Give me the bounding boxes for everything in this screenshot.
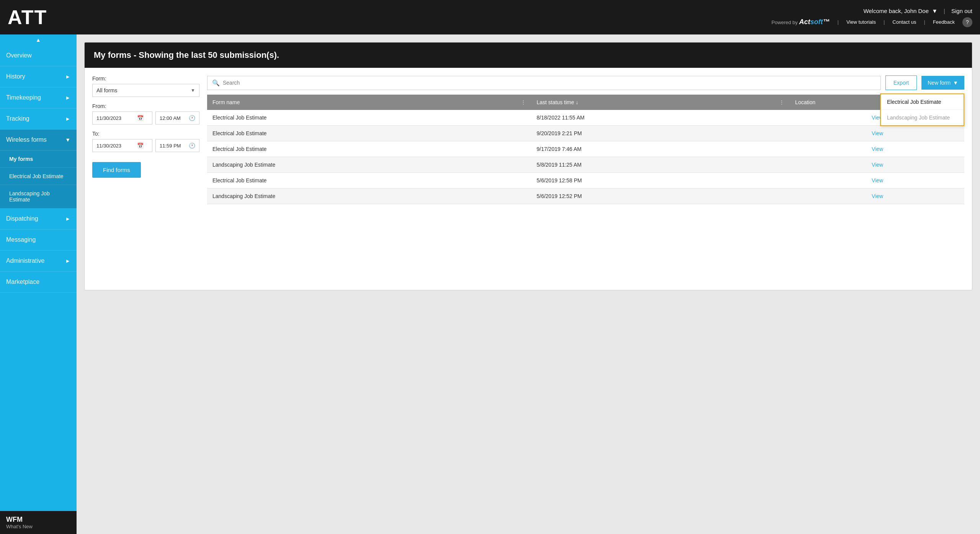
forms-table: Form name ⋮ Last status time ↓ ⋮ Locatio… (207, 95, 964, 204)
sidebar-bottom: WFM What's New (0, 511, 77, 534)
sidebar-scroll-up[interactable]: ▲ (0, 34, 77, 45)
view-link[interactable]: View (872, 130, 883, 136)
sidebar-item-administrative[interactable]: Administrative ► (0, 251, 77, 272)
cell-view[interactable]: View (866, 188, 964, 204)
content-panel: 🔍 Export New form ▼ (207, 75, 964, 282)
header-bottom-row: Powered by Actsoft™ | View tutorials | C… (771, 17, 972, 27)
to-date-input[interactable]: 📅 (92, 139, 152, 152)
welcome-dropdown-icon[interactable]: ▼ (932, 8, 938, 14)
from-label: From: (92, 103, 199, 109)
cell-form-name: Electrical Job Estimate (207, 110, 531, 126)
view-link[interactable]: View (872, 146, 883, 152)
th-last-status-time: Last status time ↓ ⋮ (531, 95, 790, 110)
to-date-field[interactable] (96, 143, 135, 149)
search-box[interactable]: 🔍 (207, 76, 881, 90)
sidebar-sub-item-electrical[interactable]: Electrical Job Estimate (0, 168, 77, 185)
from-time-input[interactable]: 🕐 (155, 111, 199, 124)
clock-icon: 🕐 (189, 115, 195, 121)
clock-icon-2: 🕐 (189, 143, 195, 149)
header-separator: | (944, 8, 945, 14)
form-label: Form: (92, 75, 199, 82)
form-name-menu-icon[interactable]: ⋮ (521, 99, 526, 105)
cell-view[interactable]: View (866, 141, 964, 157)
cell-location (790, 188, 866, 204)
to-time-field[interactable] (160, 143, 186, 149)
cell-last-status-time: 5/6/2019 12:58 PM (531, 173, 790, 188)
page-panel-body: Form: All forms ▼ From: 📅 (85, 68, 972, 290)
search-icon: 🔍 (212, 79, 220, 87)
wfm-sub: What's New (6, 524, 70, 529)
help-button[interactable]: ? (962, 17, 972, 27)
sidebar-item-tracking[interactable]: Tracking ► (0, 108, 77, 129)
header-top-row: Welcome back, John Doe ▼ | Sign out (863, 8, 972, 14)
sidebar-sub-item-my-forms[interactable]: My forms (0, 151, 77, 168)
cell-view[interactable]: View (866, 173, 964, 188)
from-time-field[interactable] (160, 115, 186, 121)
main-layout: ▲ Overview History ► Timekeeping ► Track… (0, 34, 980, 534)
new-form-wrapper: New form ▼ Electrical Job Estimate Lands… (921, 76, 964, 90)
wfm-title: WFM (6, 516, 70, 524)
calendar-icon-2: 📅 (137, 143, 144, 149)
table-row: Electrical Job Estimate 5/6/2019 12:58 P… (207, 173, 964, 188)
cell-form-name: Electrical Job Estimate (207, 126, 531, 141)
sidebar-sub-item-landscaping[interactable]: Landscaping Job Estimate (0, 185, 77, 208)
calendar-icon: 📅 (137, 115, 144, 121)
separator-1: | (838, 19, 839, 25)
table-row: Landscaping Job Estimate 5/8/2019 11:25 … (207, 157, 964, 173)
chevron-right-icon: ► (65, 95, 70, 101)
actsoft-logo: Actsoft™ (799, 18, 830, 26)
view-link[interactable]: View (872, 177, 883, 183)
sidebar-item-history[interactable]: History ► (0, 66, 77, 87)
sidebar-item-marketplace[interactable]: Marketplace (0, 272, 77, 293)
sidebar-item-wireless-forms[interactable]: Wireless forms ▼ (0, 129, 77, 151)
table-row: Electrical Job Estimate 9/17/2019 7:46 A… (207, 141, 964, 157)
view-link[interactable]: View (872, 162, 883, 168)
logo: ATT (8, 6, 47, 29)
th-location: Location (790, 95, 866, 110)
new-form-button[interactable]: New form ▼ (921, 76, 964, 90)
form-select-wrapper[interactable]: All forms ▼ (92, 84, 199, 97)
from-date-field[interactable] (96, 115, 135, 121)
cell-last-status-time: 8/18/2022 11:55 AM (531, 110, 790, 126)
to-time-input[interactable]: 🕐 (155, 139, 199, 152)
to-label: To: (92, 131, 199, 137)
cell-form-name: Electrical Job Estimate (207, 173, 531, 188)
sidebar-item-timekeeping[interactable]: Timekeeping ► (0, 87, 77, 108)
table-row: Landscaping Job Estimate 5/6/2019 12:52 … (207, 188, 964, 204)
search-input[interactable] (223, 80, 876, 86)
cell-last-status-time: 5/8/2019 11:25 AM (531, 157, 790, 173)
cell-location (790, 126, 866, 141)
form-select[interactable]: All forms (96, 87, 195, 93)
view-link[interactable]: View (872, 193, 883, 199)
table-header-row: Form name ⋮ Last status time ↓ ⋮ Locatio… (207, 95, 964, 110)
sidebar-item-messaging[interactable]: Messaging (0, 229, 77, 251)
sidebar-item-dispatching[interactable]: Dispatching ► (0, 208, 77, 229)
cell-view[interactable]: View (866, 157, 964, 173)
th-form-name: Form name ⋮ (207, 95, 531, 110)
dropdown-option-electrical[interactable]: Electrical Job Estimate (881, 94, 964, 110)
sign-out-link[interactable]: Sign out (951, 8, 972, 14)
cell-location (790, 157, 866, 173)
find-forms-button[interactable]: Find forms (92, 162, 141, 178)
top-header: ATT Welcome back, John Doe ▼ | Sign out … (0, 0, 980, 34)
separator-2: | (884, 19, 885, 25)
page-title: My forms - Showing the last 50 submissio… (94, 50, 279, 60)
cell-form-name: Landscaping Job Estimate (207, 157, 531, 173)
cell-location (790, 173, 866, 188)
chevron-right-icon: ► (65, 258, 70, 264)
contact-us-link[interactable]: Contact us (892, 19, 916, 25)
last-status-menu-icon[interactable]: ⋮ (779, 99, 784, 105)
from-date-row: 📅 🕐 (92, 111, 199, 124)
sidebar-item-overview[interactable]: Overview (0, 45, 77, 66)
cell-last-status-time: 5/6/2019 12:52 PM (531, 188, 790, 204)
main-content: My forms - Showing the last 50 submissio… (77, 34, 980, 534)
feedback-link[interactable]: Feedback (933, 19, 955, 25)
from-date-input[interactable]: 📅 (92, 111, 152, 124)
view-tutorials-link[interactable]: View tutorials (846, 19, 876, 25)
export-button[interactable]: Export (885, 75, 917, 90)
cell-form-name: Electrical Job Estimate (207, 141, 531, 157)
powered-by-label: Powered by Actsoft™ (771, 18, 830, 26)
dropdown-option-landscaping[interactable]: Landscaping Job Estimate (881, 110, 964, 125)
cell-view[interactable]: View (866, 126, 964, 141)
cell-location (790, 110, 866, 126)
